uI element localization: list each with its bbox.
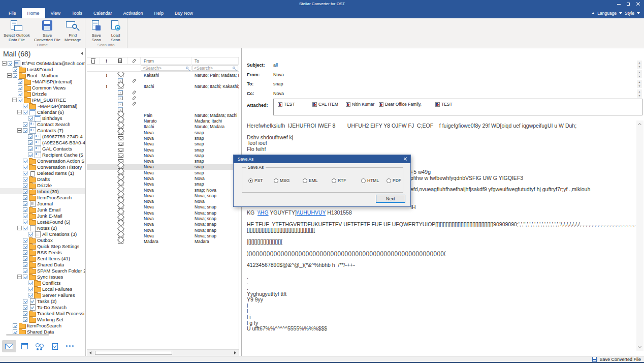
checkbox-icon[interactable] bbox=[23, 220, 27, 224]
tree-item-sync-issues[interactable]: Sync Issues bbox=[0, 274, 85, 280]
tree-item-contact-search[interactable]: Contact Search bbox=[0, 121, 85, 127]
collapse-ribbon-icon[interactable] bbox=[592, 12, 595, 14]
tree-item-junk-e-mail[interactable]: Junk E-Mail bbox=[0, 213, 85, 219]
tree-item-deleted-items-1[interactable]: Deleted Items (1) bbox=[0, 170, 85, 176]
checkbox-icon[interactable] bbox=[23, 214, 27, 218]
checkbox-icon[interactable] bbox=[23, 268, 27, 273]
more-nav-button[interactable] bbox=[63, 340, 77, 352]
checkbox-icon[interactable] bbox=[23, 110, 27, 114]
expander-icon[interactable] bbox=[2, 61, 7, 66]
tree-item-all-creations-3[interactable]: All Creations (3) bbox=[0, 231, 85, 237]
checkbox-icon[interactable] bbox=[23, 305, 27, 310]
tree-item-inbox-30[interactable]: Inbox (30) bbox=[0, 188, 85, 194]
tree-item-outbox[interactable]: Outbox bbox=[0, 237, 85, 243]
checkbox-icon[interactable] bbox=[18, 92, 22, 96]
tree-item-shared-data[interactable]: Shared Data bbox=[0, 261, 85, 267]
checkbox-icon[interactable] bbox=[23, 207, 27, 212]
importance-column-header[interactable]: ! bbox=[100, 57, 113, 64]
radio-html[interactable]: HTML bbox=[361, 178, 379, 183]
checkbox-icon[interactable] bbox=[23, 171, 27, 175]
menu-tab-buy-now[interactable]: Buy Now bbox=[169, 8, 199, 18]
tree-item-mapisp-internal[interactable]: ~MAPISP(Internal) bbox=[0, 103, 85, 109]
tree-item-to-do-search[interactable]: To-Do Search bbox=[0, 304, 85, 310]
tree-item-server-failures[interactable]: Server Failures bbox=[0, 292, 85, 298]
attachment-nitin-kumar[interactable]: Nitin Kumar bbox=[346, 102, 374, 107]
checkbox-icon[interactable] bbox=[23, 183, 27, 188]
message-row[interactable] bbox=[87, 95, 239, 101]
checkbox-icon[interactable] bbox=[23, 226, 27, 230]
checkbox-icon[interactable] bbox=[23, 299, 27, 304]
calendar-nav-button[interactable] bbox=[17, 340, 31, 352]
type-column-header[interactable] bbox=[113, 57, 127, 64]
message-row[interactable]: NovaNova; snap bbox=[87, 227, 239, 233]
scroll-down-icon[interactable] bbox=[638, 345, 641, 348]
expander-icon[interactable] bbox=[17, 128, 22, 133]
tree-item-06967759-274d-4[interactable]: (06967759-274D-4 bbox=[0, 133, 85, 139]
checkbox-icon[interactable] bbox=[18, 98, 22, 102]
message-row[interactable]: NovaNova; snap bbox=[87, 233, 239, 238]
attachment-test[interactable]: TEST bbox=[278, 102, 295, 107]
tree-item-drizzle[interactable]: Drizzle bbox=[0, 90, 85, 97]
spin-up-icon[interactable]: ▲ bbox=[637, 70, 642, 74]
message-row[interactable]: Novasnap; Nova bbox=[87, 187, 239, 193]
tree-item-journal[interactable]: Journal bbox=[0, 200, 85, 206]
scroll-right-icon[interactable] bbox=[234, 351, 236, 354]
tree-item-quick-step-settings[interactable]: Quick Step Settings bbox=[0, 243, 85, 249]
checkbox-icon[interactable] bbox=[28, 153, 33, 157]
message-row[interactable]: NovaNova; snap bbox=[87, 222, 239, 227]
delete-column-header[interactable] bbox=[87, 57, 100, 64]
checkbox-icon[interactable] bbox=[23, 195, 27, 200]
select-outlook-data-file-button[interactable]: Select OutlookData File bbox=[2, 19, 32, 43]
message-row[interactable]: NovaNova; snap bbox=[87, 216, 239, 221]
unc-link[interactable]: \\UHUHVUY bbox=[297, 210, 326, 216]
tree-item-e-pst-ost-madara-tech-com[interactable]: E:\Pst Ost\Madara@tech.com - bbox=[0, 60, 85, 66]
to-search-input[interactable]: <Search> bbox=[192, 65, 238, 71]
tree-item-a9e2bc46-b3a0-4[interactable]: (A9E2BC46-B3A0-4 bbox=[0, 139, 85, 145]
message-row[interactable]: NovaNova bbox=[87, 199, 239, 204]
menu-tab-tools[interactable]: Tools bbox=[66, 8, 88, 18]
checkbox-icon[interactable] bbox=[23, 177, 27, 182]
spin-down-icon[interactable]: ▼ bbox=[637, 94, 642, 98]
expander-icon[interactable] bbox=[17, 110, 22, 114]
checkbox-icon[interactable] bbox=[28, 232, 33, 236]
checkbox-icon[interactable] bbox=[23, 128, 27, 133]
tree-item-calendar-6[interactable]: Calendar (6) bbox=[0, 109, 85, 115]
attachment-column-header[interactable] bbox=[127, 57, 141, 64]
save-converted-file-status[interactable]: Save Converted File bbox=[592, 357, 641, 362]
tree-item-working-set[interactable]: Working Set bbox=[0, 316, 85, 322]
language-menu[interactable]: Language bbox=[597, 11, 617, 16]
expander-icon[interactable] bbox=[17, 226, 22, 230]
checkbox-icon[interactable] bbox=[28, 281, 33, 285]
checkbox-icon[interactable] bbox=[23, 165, 27, 169]
tree-item-lost-found-5[interactable]: Lost&Found (5) bbox=[0, 219, 85, 225]
close-icon[interactable] bbox=[402, 157, 408, 162]
close-icon[interactable] bbox=[633, 0, 643, 8]
tree-item-local-failures[interactable]: Local Failures bbox=[0, 286, 85, 292]
message-row[interactable]: NovaNova; snap bbox=[87, 193, 239, 198]
message-row[interactable]: Novasnap bbox=[87, 141, 239, 147]
message-row[interactable]: Novasnap bbox=[87, 130, 239, 135]
message-row[interactable]: !ItachiNaruto; Itachi; Kakashi; Pain bbox=[87, 84, 239, 89]
message-row[interactable]: Novasnap bbox=[87, 164, 239, 170]
tree-item-itemprocsearch[interactable]: ItemProcSearch bbox=[0, 194, 85, 200]
checkbox-icon[interactable] bbox=[28, 134, 33, 139]
checkbox-icon[interactable] bbox=[23, 122, 27, 127]
save-scan-button[interactable]: SaveScan bbox=[87, 19, 106, 43]
collapse-panel-icon[interactable] bbox=[81, 52, 83, 55]
checkbox-icon[interactable] bbox=[28, 146, 33, 151]
checkbox-icon[interactable] bbox=[28, 287, 33, 291]
radio-msg[interactable]: MSG bbox=[274, 178, 289, 183]
tree-item-lost-found[interactable]: Lost&Found bbox=[0, 66, 85, 72]
checkbox-icon[interactable] bbox=[23, 104, 27, 108]
unc-link[interactable]: \\HG bbox=[257, 210, 269, 216]
tree-item-spam-search-folder-2[interactable]: SPAM Search Folder 2 bbox=[0, 267, 85, 274]
checkbox-icon[interactable] bbox=[13, 73, 17, 78]
tree-item-notes-2[interactable]: Notes (2) bbox=[0, 225, 85, 231]
checkbox-icon[interactable] bbox=[23, 244, 27, 249]
message-row[interactable]: Novasnap bbox=[87, 182, 239, 187]
attachment-test[interactable]: TEST bbox=[435, 102, 453, 107]
message-row[interactable] bbox=[87, 101, 239, 106]
checkbox-icon[interactable] bbox=[13, 323, 17, 328]
mail-nav-button[interactable] bbox=[2, 340, 16, 352]
tree-item-contacts-7[interactable]: Contacts (7) bbox=[0, 127, 85, 133]
